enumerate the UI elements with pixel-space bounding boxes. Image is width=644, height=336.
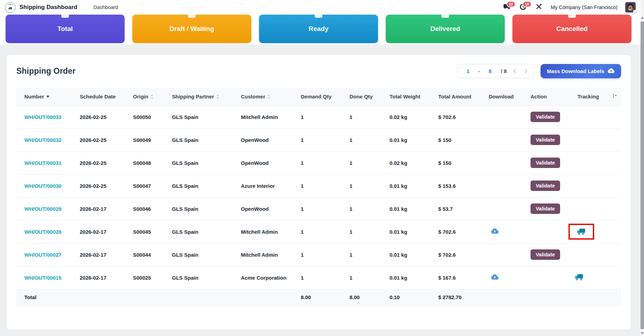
company-switcher[interactable]: My Company (San Francisco) xyxy=(551,5,618,10)
demand-qty-cell: 1 xyxy=(301,266,350,289)
app-title: Shipping Dashboard xyxy=(19,4,77,11)
origin-cell: S00049 xyxy=(133,128,172,151)
header-action[interactable]: Action xyxy=(531,88,578,105)
app-logo[interactable]: odoo xyxy=(5,2,16,13)
menu-dashboard[interactable]: Dashboard xyxy=(93,5,118,10)
annotation-highlight-box xyxy=(568,224,594,240)
card-total-label: Total xyxy=(57,25,73,33)
header-number[interactable]: Number xyxy=(16,88,80,105)
total-amount-cell: $ 150 xyxy=(438,151,489,174)
download-cell xyxy=(489,174,531,197)
total-amount-cell: $ 702.6 xyxy=(438,243,489,266)
total-amount-cell: $ 167.6 xyxy=(438,266,489,289)
tracking-cell xyxy=(578,151,612,174)
tracking-truck-icon[interactable] xyxy=(577,228,586,235)
action-cell: Validate xyxy=(531,197,578,220)
validate-button[interactable]: Validate xyxy=(531,112,560,122)
order-link[interactable]: WH/OUT/00033 xyxy=(24,114,62,120)
total-amount-cell: $ 153.6 xyxy=(438,174,489,197)
table-row: WH/OUT/00033 2026-02-25 S00050 GLS Spain… xyxy=(16,105,621,128)
sort-desc-icon xyxy=(46,96,49,98)
pager-previous-button[interactable] xyxy=(512,69,518,74)
user-avatar[interactable] xyxy=(625,2,636,13)
header-done-qty[interactable]: Done Qty xyxy=(350,88,390,105)
header-total-amount[interactable]: Total Amount xyxy=(438,88,489,105)
download-cell xyxy=(489,151,531,174)
card-cancelled[interactable]: Cancelled xyxy=(512,15,631,43)
download-label-icon[interactable] xyxy=(491,228,499,234)
tracking-cell xyxy=(578,105,612,128)
scroll-up-arrow[interactable] xyxy=(641,17,644,19)
activities-button[interactable]: 10 xyxy=(519,3,527,11)
customer-cell: Mitchell Admin xyxy=(241,220,301,243)
header-total-weight[interactable]: Total Weight xyxy=(390,88,438,105)
table-row: WH/OUT/00032 2026-02-25 S00049 GLS Spain… xyxy=(16,128,621,151)
validate-button[interactable]: Validate xyxy=(531,158,560,168)
shipping-order-panel: Shipping Order 1 - 8 / 8 Mass Download L… xyxy=(7,55,631,330)
order-link[interactable]: WH/OUT/00015 xyxy=(24,275,62,281)
done-qty-cell: 1 xyxy=(350,243,390,266)
pager-start[interactable]: 1 xyxy=(463,68,473,74)
tracking-truck-icon[interactable] xyxy=(575,274,584,281)
tracking-cell xyxy=(578,266,612,289)
header-tracking[interactable]: Tracking xyxy=(578,88,612,105)
demand-qty-cell: 1 xyxy=(301,174,350,197)
pager-next-button[interactable] xyxy=(523,69,528,74)
vertical-scrollbar[interactable] xyxy=(641,0,644,336)
card-ready[interactable]: Ready xyxy=(259,15,378,43)
order-link[interactable]: WH/OUT/00027 xyxy=(24,252,62,258)
validate-button[interactable]: Validate xyxy=(531,203,560,214)
action-cell: Validate xyxy=(531,105,578,128)
shipping-partner-cell: GLS Spain xyxy=(172,243,241,266)
order-link[interactable]: WH/OUT/00028 xyxy=(24,229,62,235)
total-weight-sum: 0.10 xyxy=(390,289,438,305)
total-row: Total 8.00 8.00 0.10 $ 2782.70 xyxy=(16,289,621,305)
download-cell xyxy=(489,243,531,266)
validate-button[interactable]: Validate xyxy=(531,135,560,145)
scrollbar-thumb[interactable] xyxy=(641,22,644,329)
order-link[interactable]: WH/OUT/00032 xyxy=(24,137,62,143)
card-total[interactable]: Total xyxy=(6,15,125,43)
tracking-cell xyxy=(578,243,612,266)
messages-button[interactable]: 10 xyxy=(503,3,511,11)
cloud-download-icon xyxy=(607,68,615,74)
pager: 1 - 8 / 8 xyxy=(457,64,534,78)
customer-cell: OpenWood xyxy=(241,151,301,174)
shipping-partner-cell: GLS Spain xyxy=(172,197,241,220)
mass-download-labels-button[interactable]: Mass Download Labels xyxy=(541,64,621,78)
order-link[interactable]: WH/OUT/00029 xyxy=(24,206,62,212)
total-weight-cell: 0.01 kg xyxy=(390,266,438,289)
order-link[interactable]: WH/OUT/00031 xyxy=(24,160,62,166)
action-cell: Validate xyxy=(531,128,578,151)
header-customer[interactable]: Customer xyxy=(241,88,301,105)
total-demand-qty: 8.00 xyxy=(301,289,350,305)
navbar-right: 10 10 My Company (San Francisco) xyxy=(503,2,636,13)
debug-tools-button[interactable] xyxy=(535,3,543,11)
scroll-down-arrow[interactable] xyxy=(641,332,644,334)
card-draft-waiting[interactable]: Draft / Waiting xyxy=(132,15,251,43)
download-label-icon[interactable] xyxy=(491,274,499,280)
done-qty-cell: 1 xyxy=(350,151,390,174)
header-column-options[interactable] xyxy=(612,88,621,105)
table-row: WH/OUT/00028 2026-02-17 S00045 GLS Spain… xyxy=(16,220,621,243)
download-cell xyxy=(489,220,531,243)
action-cell xyxy=(531,266,578,289)
pager-end[interactable]: 8 xyxy=(485,68,495,74)
header-download[interactable]: Download xyxy=(489,88,531,105)
card-draft-waiting-label: Draft / Waiting xyxy=(170,25,214,33)
validate-button[interactable]: Validate xyxy=(531,181,560,191)
card-delivered[interactable]: Delivered xyxy=(386,15,505,43)
demand-qty-cell: 1 xyxy=(301,105,350,128)
order-link[interactable]: WH/OUT/00030 xyxy=(24,183,62,189)
header-demand-qty[interactable]: Demand Qty xyxy=(301,88,350,105)
validate-button[interactable]: Validate xyxy=(531,249,560,260)
sort-both-icon xyxy=(267,94,270,99)
total-amount-cell: $ 150 xyxy=(438,128,489,151)
header-shipping-partner[interactable]: Shipping Partner xyxy=(172,88,241,105)
header-schedule-date[interactable]: Schedule Date xyxy=(80,88,133,105)
header-origin[interactable]: Origin xyxy=(133,88,172,105)
pager-dash: - xyxy=(473,68,485,74)
customer-cell: OpenWood xyxy=(241,128,301,151)
done-qty-cell: 1 xyxy=(350,174,390,197)
demand-qty-cell: 1 xyxy=(301,197,350,220)
